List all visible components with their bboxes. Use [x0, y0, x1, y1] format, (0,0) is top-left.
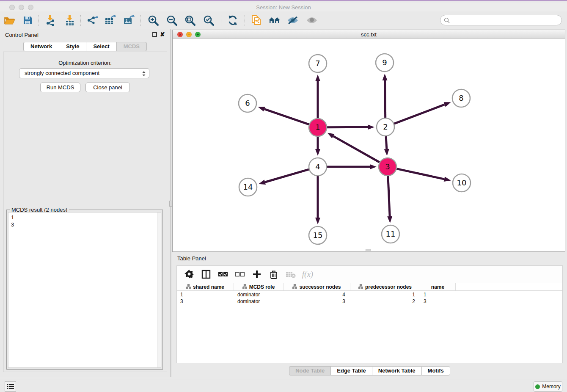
graph-node-label: 9 [382, 58, 387, 67]
show-all-icon[interactable] [305, 14, 319, 27]
tab-edge-table[interactable]: Edge Table [330, 366, 372, 375]
refresh-layout-icon[interactable] [226, 14, 240, 27]
export-image-icon[interactable] [122, 14, 136, 27]
select-all-columns-icon[interactable] [217, 269, 228, 280]
search-box[interactable] [440, 15, 562, 25]
search-icon [444, 17, 450, 23]
tab-network-table[interactable]: Network Table [372, 366, 421, 375]
zoom-in-icon[interactable] [146, 14, 160, 27]
tab-node-table[interactable]: Node Table [289, 366, 330, 375]
task-history-button[interactable] [5, 381, 16, 392]
chevron-up-down-icon [142, 70, 146, 80]
column-header-label: MCDS role [249, 284, 275, 290]
table-settings-gear-icon[interactable] [184, 269, 195, 280]
export-table-icon[interactable] [103, 14, 118, 27]
run-mcds-button[interactable]: Run MCDS [40, 83, 80, 92]
node-table-header: shared nameMCDS rolesuccessor nodesprede… [177, 283, 562, 291]
zoom-selected-icon[interactable] [201, 14, 216, 27]
edge-arrowhead [384, 149, 389, 156]
close-panel-icon[interactable]: ✘ [160, 31, 165, 38]
search-input[interactable] [452, 17, 553, 23]
graph-node-label: 7 [315, 59, 320, 68]
show-column-panel-icon[interactable] [201, 269, 212, 280]
create-column-icon[interactable] [251, 269, 262, 280]
import-network-icon[interactable] [43, 14, 58, 27]
graph-node-label: 3 [385, 162, 390, 171]
table-cell[interactable]: 3 [177, 298, 234, 305]
close-panel-button[interactable]: Close panel [85, 83, 130, 92]
edge-1-6[interactable] [264, 109, 309, 124]
edge-2-3[interactable] [386, 136, 387, 149]
open-folder-icon[interactable] [3, 14, 17, 27]
float-panel-icon[interactable] [152, 32, 157, 37]
table-cell[interactable]: 1 [420, 291, 456, 298]
graph-node-label: 8 [459, 94, 463, 102]
optimization-criterion-label: Optimization criterion: [3, 60, 167, 66]
list-icon [7, 384, 14, 389]
network-window-resize-grip[interactable] [366, 249, 371, 252]
edge-2-8[interactable] [394, 105, 445, 124]
import-table-icon[interactable] [63, 14, 77, 27]
graph-node-label: 15 [313, 231, 323, 240]
zoom-out-icon[interactable] [165, 14, 179, 27]
edge-4-14[interactable] [265, 169, 309, 182]
tab-select[interactable]: Select [86, 42, 116, 51]
mcds-result-scrollbar[interactable] [157, 213, 161, 367]
column-header-shared-name[interactable]: shared name [177, 283, 234, 290]
edge-3-1[interactable] [333, 136, 380, 163]
home-layout-icon[interactable] [267, 14, 282, 27]
graph-node-label: 2 [383, 122, 388, 131]
graph-node-label: 1 [315, 123, 320, 132]
edge-arrowhead [259, 180, 266, 185]
save-icon[interactable] [20, 14, 35, 27]
table-cell[interactable]: 1 [350, 291, 420, 298]
column-header-label: shared name [193, 284, 224, 290]
column-header-MCDS-role[interactable]: MCDS role [234, 283, 284, 290]
table-cell[interactable]: 3 [284, 298, 350, 305]
criterion-select[interactable]: strongly connected component [19, 68, 149, 78]
column-type-icon [186, 284, 191, 290]
edge-3-10[interactable] [396, 169, 444, 179]
network-window-titlebar: ✕ − + scc.txt [173, 30, 565, 39]
hide-selected-icon[interactable] [286, 14, 300, 27]
edge-2-9[interactable] [385, 80, 385, 118]
toolbar-separator [245, 15, 245, 26]
edge-arrowhead [444, 102, 451, 107]
tab-motifs[interactable]: Motifs [421, 366, 450, 375]
mcds-result-line: 3 [11, 221, 161, 228]
table-cell[interactable]: 1 [177, 291, 234, 298]
clone-network-icon[interactable] [249, 14, 263, 27]
memory-button[interactable]: Memory [534, 381, 562, 392]
column-header-successor-nodes[interactable]: successor nodes [284, 283, 350, 290]
table-panel: Table Panel ✘ f(x) [172, 253, 567, 377]
edge-arrowhead [444, 177, 451, 182]
export-network-icon[interactable] [85, 14, 99, 27]
column-type-icon [292, 284, 297, 290]
network-graph[interactable]: 7968124314101511 [173, 39, 565, 251]
table-toolbar: f(x) [176, 265, 563, 283]
tab-network[interactable]: Network [23, 42, 59, 51]
table-row[interactable]: 1dominator411 [177, 291, 562, 298]
table-cell[interactable]: dominator [234, 298, 284, 305]
edge-3-11[interactable] [388, 176, 390, 216]
column-header-label: name [431, 284, 444, 290]
tab-style[interactable]: Style [59, 42, 86, 51]
deselect-all-columns-icon[interactable] [234, 269, 245, 280]
column-header-predecessor-nodes[interactable]: predecessor nodes [350, 283, 420, 290]
edge-1-2[interactable] [327, 127, 368, 127]
table-cell[interactable]: 4 [284, 291, 350, 298]
tab-mcds[interactable]: MCDS [116, 42, 147, 51]
table-row[interactable]: 3dominator323 [177, 298, 562, 305]
edge-arrowhead [370, 164, 377, 169]
table-cell[interactable]: 2 [350, 298, 420, 305]
table-cell[interactable]: 3 [420, 298, 456, 305]
column-header-name[interactable]: name [420, 283, 456, 290]
control-panel-tabs: NetworkStyleSelectMCDS [0, 42, 170, 51]
network-canvas[interactable]: 7968124314101511 [173, 39, 565, 251]
edge-arrowhead [368, 124, 374, 130]
table-cell[interactable]: dominator [234, 291, 284, 298]
application-window: Session: New Session [0, 0, 567, 392]
delete-column-trash-icon[interactable] [268, 269, 279, 280]
zoom-fit-icon[interactable] [183, 14, 197, 27]
mcds-result-text[interactable]: 13 [8, 212, 161, 368]
